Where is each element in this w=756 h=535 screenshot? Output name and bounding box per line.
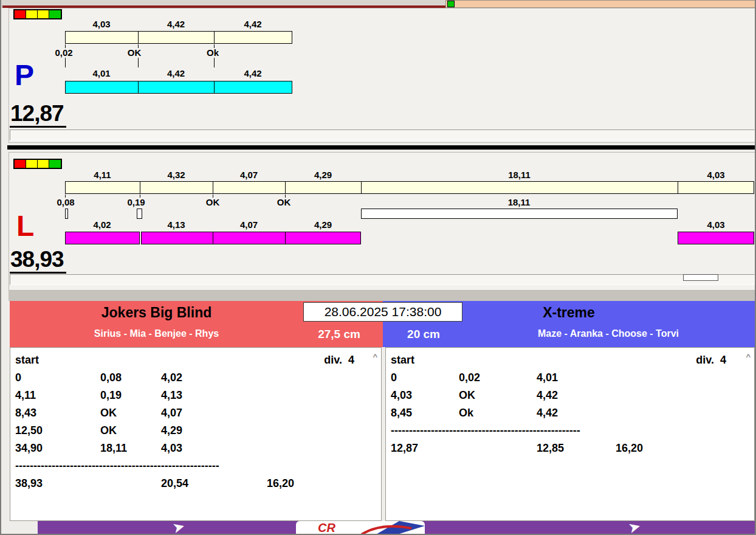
lost-time-bar	[361, 209, 678, 219]
lane-l-letter: L	[16, 212, 34, 241]
total-points: 16,20	[267, 475, 294, 492]
lane-l-progress-strip	[10, 274, 755, 285]
light-yellow-icon	[38, 10, 49, 18]
bar-segment	[215, 81, 292, 93]
table-row: 8,43 OK 4,07	[10, 404, 381, 422]
division-label: div. 4	[324, 351, 354, 369]
plan-split-label: 4,07	[213, 170, 285, 180]
bar-segment	[286, 182, 362, 193]
logo-text: CR	[318, 521, 335, 535]
lost-time-bar	[65, 209, 68, 219]
cell-split: 4,03	[161, 440, 182, 457]
plan-split-label: 4,03	[65, 19, 138, 29]
actual-split-label: 4,02	[65, 219, 139, 230]
total-lost: 20,54	[161, 475, 188, 492]
bar-segment	[140, 182, 213, 193]
results-table-left[interactable]: ^ start div. 4 0 0,08 4,02 4,11 0,19 4,1…	[10, 347, 382, 521]
results-table-right[interactable]: ^ start div. 4 0 0,02 4,01 4,03 OK 4,42 …	[385, 347, 755, 521]
datetime-display: 28.06.2025 17:38:00	[303, 302, 462, 322]
active-tab[interactable]	[445, 0, 756, 8]
total-lost: 12,85	[537, 440, 564, 457]
cell-split: 4,01	[537, 369, 558, 387]
light-yellow-icon	[26, 160, 38, 168]
bar-segment	[213, 232, 286, 244]
diff-time-label: OK	[117, 47, 151, 58]
bar-segment	[139, 32, 215, 43]
diff-time-label: 0,08	[49, 197, 83, 207]
cell-diff: 18,11	[100, 440, 127, 457]
light-green-icon	[49, 10, 61, 18]
bar-segment	[142, 232, 213, 244]
tick-mark	[214, 58, 215, 67]
tick-mark	[138, 58, 139, 67]
bar-segment	[139, 81, 215, 93]
table-row: 12,50 OK 4,29	[10, 422, 381, 440]
light-yellow-icon	[26, 10, 38, 18]
cell-split: 4,07	[161, 404, 182, 422]
lane-l-total: 38,93	[10, 248, 66, 274]
cell-diff: OK	[100, 404, 117, 422]
light-red-icon	[15, 10, 26, 18]
cell-time: 4,03	[391, 387, 412, 404]
light-yellow-icon	[38, 160, 49, 168]
cell-time: 34,90	[15, 440, 43, 457]
cell-time: 0	[391, 369, 397, 387]
cell-time: 4,11	[15, 387, 36, 404]
team-left-name: Jokers Big Blind	[10, 305, 303, 321]
actual-split-bar-l	[65, 232, 140, 244]
actual-split-label: 4,03	[678, 219, 754, 230]
plan-split-label: 4,03	[678, 170, 754, 180]
diff-time-label: OK	[267, 197, 301, 207]
lane-p-progress-strip	[10, 129, 755, 140]
team-right-members: Maze - Aranka - Choose - Torvi	[462, 328, 755, 339]
flyball-logo: CR	[296, 521, 425, 535]
logo-graphic	[357, 521, 425, 535]
plan-split-label: 4,29	[285, 170, 361, 180]
plan-split-bar-l	[65, 181, 754, 194]
total-time: 12,87	[391, 440, 418, 457]
cell-diff: 0,02	[459, 369, 480, 387]
lost-time-bar	[137, 209, 142, 219]
bar-segment	[678, 182, 754, 193]
plan-split-label: 18,11	[361, 170, 678, 180]
plan-split-label: 4,11	[65, 170, 140, 180]
bar-segment	[213, 182, 286, 193]
cell-split: 4,29	[161, 422, 182, 440]
cell-time: 0	[15, 369, 21, 387]
lane-p-total: 12,87	[10, 102, 66, 128]
status-green-icon	[447, 1, 455, 7]
footer-banner: ➤ ➤ CR	[38, 521, 756, 535]
separator-row: ----------------------------------------…	[386, 422, 754, 440]
top-toolbar	[1, 0, 756, 8]
separator-dashes: ----------------------------------------…	[391, 422, 580, 440]
actual-split-label: 4,42	[214, 68, 292, 78]
bar-segment	[215, 32, 292, 43]
cell-diff: 0,19	[100, 387, 122, 404]
lane-divider	[7, 145, 755, 150]
bar-segment	[66, 81, 139, 93]
lane-p-letter: P	[15, 61, 34, 90]
table-row: 8,45 Ok 4,42	[386, 404, 754, 422]
table-row: 4,03 OK 4,42	[386, 387, 754, 404]
light-red-icon	[15, 160, 26, 168]
cell-split: 4,42	[537, 404, 558, 422]
diff-time-label: 0,19	[119, 197, 153, 207]
arrow-icon: ➤	[171, 519, 186, 535]
diff-time-label: 0,02	[47, 47, 81, 58]
cell-split: 4,02	[161, 369, 182, 387]
section-separator	[9, 291, 756, 301]
cell-diff: OK	[100, 422, 117, 440]
table-row: 0 0,08 4,02	[10, 369, 381, 387]
total-row: 12,87 12,85 16,20	[386, 440, 754, 457]
cell-split: 4,42	[537, 387, 558, 404]
arrow-icon: ➤	[627, 519, 642, 535]
total-time: 38,93	[15, 475, 43, 492]
app-window: 4,03 4,42 4,42 0,02 OK Ok 4,01 4,42 4,42…	[0, 0, 756, 535]
actual-split-label: 4,13	[140, 219, 213, 230]
progress-marker	[683, 274, 718, 281]
actual-split-label: 4,29	[285, 219, 361, 230]
actual-split-bar-p	[65, 81, 292, 94]
start-label: start	[15, 351, 39, 369]
table-row: start div. 4	[386, 351, 754, 369]
table-row: start div. 4	[10, 351, 381, 369]
